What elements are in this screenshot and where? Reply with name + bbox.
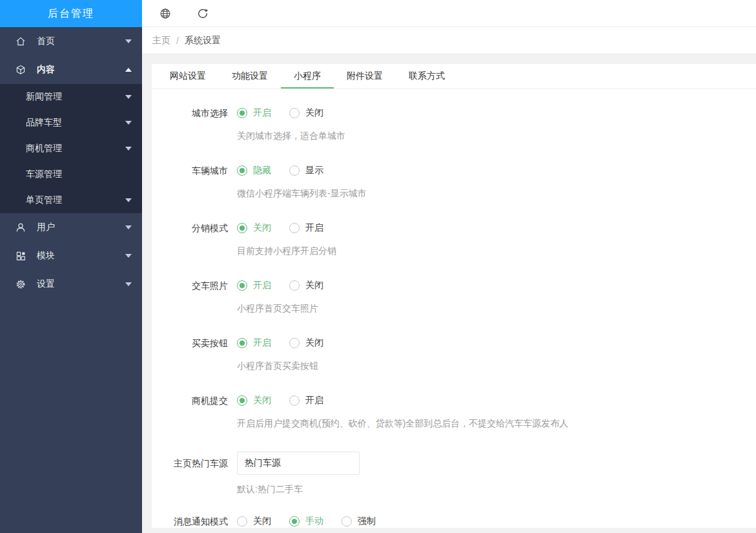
refresh-icon[interactable] [196, 7, 209, 20]
home-icon [15, 36, 26, 47]
sidebar-item-car-source-management[interactable]: 车源管理 [0, 162, 142, 187]
radio-option[interactable]: 开启 [237, 107, 271, 119]
radio-option-label: 开启 [305, 222, 323, 234]
radio-option[interactable]: 开启 [237, 280, 271, 291]
tab-website-settings[interactable]: 网站设置 [157, 64, 219, 89]
radio-option[interactable]: 隐藏 [237, 165, 271, 176]
radio-icon[interactable] [237, 108, 247, 118]
sidebar-item-leads-management[interactable]: 商机管理 [0, 136, 142, 162]
topbar [142, 0, 756, 27]
radio-option[interactable]: 关闭 [237, 516, 271, 527]
radio-icon[interactable] [237, 516, 247, 527]
form-item-label: 分销模式 [152, 222, 237, 257]
radio-option[interactable]: 关闭 [237, 222, 271, 234]
tab-function-settings[interactable]: 功能设置 [219, 64, 281, 89]
sidebar-item-content[interactable]: 内容 [0, 56, 142, 84]
form-item-field: 隐藏 显示 微信小程序端车辆列表-显示城市 [237, 164, 367, 200]
radio-icon[interactable] [289, 338, 300, 348]
sidebar-item-home[interactable]: 首页 [0, 27, 142, 56]
sidebar-item-label: 设置 [37, 278, 125, 290]
form-item-label: 消息通知模式 [152, 515, 237, 528]
radio-icon[interactable] [289, 280, 300, 291]
breadcrumb-home-link[interactable]: 主页 [152, 35, 170, 47]
radio-icon[interactable] [342, 516, 352, 527]
radio-option-label: 关闭 [253, 516, 271, 527]
radio-icon[interactable] [237, 280, 247, 291]
content-submenu: 新闻管理 品牌车型 商机管理 车源管理 单页管理 [0, 84, 142, 213]
form-item-label: 城市选择 [152, 107, 237, 142]
radio-option-label: 关闭 [305, 337, 323, 349]
form-item-lead-submission: 商机提交 关闭 开启 开启后用户提交商机(预约、砍 [152, 394, 756, 430]
radio-option-label: 关闭 [305, 107, 323, 119]
chevron-down-icon [125, 282, 132, 286]
form-item-label: 主页热门车源 [152, 452, 237, 496]
tab-contact-info[interactable]: 联系方式 [396, 64, 458, 89]
radio-option-label: 开启 [253, 280, 271, 291]
chevron-down-icon [125, 254, 132, 258]
radio-icon[interactable] [289, 165, 300, 176]
form-item-field: 开启 关闭 小程序首页交车照片 [237, 279, 342, 315]
radio-option[interactable]: 关闭 [289, 337, 323, 349]
radio-option[interactable]: 显示 [289, 165, 323, 176]
radio-option-label: 手动 [305, 516, 323, 527]
radio-option[interactable]: 手动 [289, 516, 323, 527]
chevron-down-icon [125, 225, 132, 229]
sidebar-item-brand-models[interactable]: 品牌车型 [0, 110, 142, 136]
radio-option-label: 强制 [358, 516, 376, 527]
radio-option-label: 开启 [253, 107, 271, 119]
breadcrumb-separator: / [176, 36, 179, 46]
chevron-down-icon [125, 39, 132, 43]
form-item-hint: 小程序首页买卖按钮 [237, 359, 342, 372]
radio-option-label: 显示 [305, 165, 323, 176]
radio-icon[interactable] [289, 108, 300, 118]
radio-icon[interactable] [237, 395, 247, 406]
sidebar-item-news-management[interactable]: 新闻管理 [0, 84, 142, 110]
radio-option[interactable]: 关闭 [289, 280, 323, 291]
form-item-hint: 目前支持小程序开启分销 [237, 244, 342, 257]
radio-option[interactable]: 开启 [237, 337, 271, 349]
radio-option[interactable]: 关闭 [237, 395, 271, 406]
radio-icon[interactable] [237, 165, 247, 176]
chevron-down-icon [125, 95, 132, 99]
radio-icon[interactable] [289, 395, 300, 406]
form-item-label: 车辆城市 [152, 164, 237, 200]
radio-option[interactable]: 开启 [289, 395, 323, 406]
form-item-hint: 小程序首页交车照片 [237, 302, 342, 315]
globe-icon[interactable] [159, 7, 172, 20]
form-item-buy-sell-buttons: 买卖按钮 开启 关闭 小程序首页买卖按钮 [152, 337, 756, 372]
submenu-item-label: 品牌车型 [26, 117, 125, 129]
sidebar-item-label: 用户 [37, 222, 125, 233]
submenu-item-label: 车源管理 [26, 169, 132, 180]
radio-option-label: 关闭 [305, 280, 323, 291]
hot-cars-title-input[interactable] [237, 452, 360, 475]
radio-icon[interactable] [237, 338, 247, 348]
gear-icon [15, 278, 26, 290]
form-item-field: 开启 关闭 小程序首页买卖按钮 [237, 337, 342, 372]
form-item-field: 默认:热门二手车 [237, 452, 360, 496]
form-item-hint: 关闭城市选择，适合单城市 [237, 129, 345, 142]
content-area: 网站设置 功能设置 小程序 附件设置 联系方式 城市选择 开启 [142, 54, 756, 528]
sidebar-item-users[interactable]: 用户 [0, 213, 142, 242]
tab-attachment-settings[interactable]: 附件设置 [334, 64, 396, 89]
radio-option-label: 隐藏 [253, 165, 271, 176]
submenu-item-label: 新闻管理 [26, 91, 125, 103]
app-title: 后台管理 [0, 0, 142, 27]
sidebar-item-label: 模块 [37, 250, 125, 262]
breadcrumb-current: 系统设置 [185, 35, 221, 47]
sidebar-item-settings[interactable]: 设置 [0, 270, 142, 298]
radio-icon[interactable] [237, 223, 247, 233]
sidebar-item-label: 首页 [37, 36, 125, 47]
chevron-down-icon [125, 198, 132, 202]
radio-option[interactable]: 开启 [289, 222, 323, 234]
radio-option-label: 关闭 [253, 222, 271, 234]
form-item-label: 交车照片 [152, 279, 237, 315]
radio-option[interactable]: 强制 [342, 516, 376, 527]
chevron-up-icon [125, 68, 132, 72]
sidebar-item-modules[interactable]: 模块 [0, 242, 142, 270]
radio-icon[interactable] [289, 223, 300, 233]
sidebar-item-single-page-management[interactable]: 单页管理 [0, 187, 142, 213]
tab-mini-program[interactable]: 小程序 [281, 64, 334, 89]
main-area: 主页 / 系统设置 网站设置 功能设置 小程序 附件设置 联系方式 城市选择 [142, 0, 756, 533]
radio-icon[interactable] [289, 516, 300, 527]
radio-option[interactable]: 关闭 [289, 107, 323, 119]
